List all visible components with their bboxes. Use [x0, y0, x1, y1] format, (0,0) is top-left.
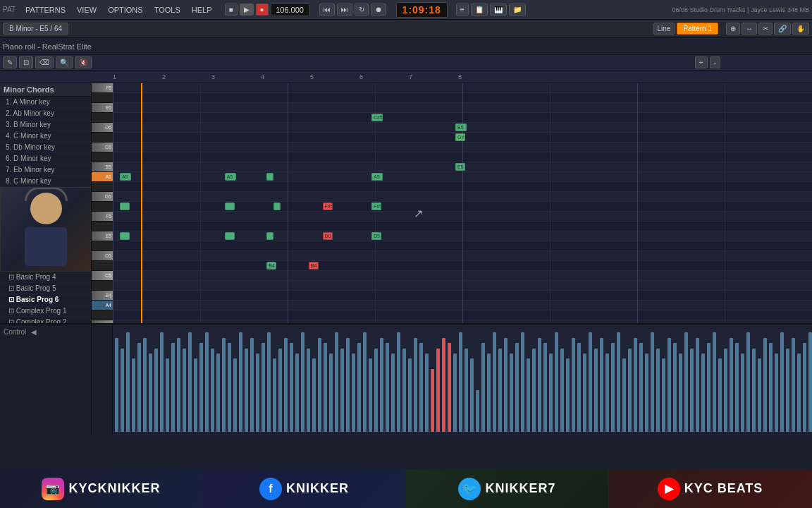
- piano-key-b4[interactable]: [92, 281, 113, 291]
- note-fs5-early-2[interactable]: [120, 202, 130, 210]
- note-d5-m1[interactable]: [225, 232, 235, 240]
- note-d5-c9[interactable]: D5: [371, 232, 381, 240]
- note-d5-red2[interactable]: D0: [323, 232, 333, 240]
- piano-key-g4[interactable]: G4: [92, 320, 113, 323]
- transport-rec[interactable]: ⏺: [371, 4, 386, 16]
- note-b4-red2[interactable]: B4: [309, 262, 319, 270]
- playlist-btn[interactable]: 📋: [471, 4, 488, 16]
- piano-key-a5[interactable]: A5: [92, 172, 113, 182]
- note-tool-select[interactable]: ⊡: [19, 56, 33, 68]
- record-btn[interactable]: ●: [256, 4, 269, 16]
- velocity-bar-13: [188, 332, 192, 432]
- note-tool-mute[interactable]: 🔇: [75, 56, 92, 68]
- sidebar-item-5[interactable]: 6. D Minor key: [0, 153, 91, 164]
- menu-patterns[interactable]: PATTERNS: [21, 4, 70, 16]
- piano-key-eb6[interactable]: [92, 113, 113, 123]
- stop-btn[interactable]: ■: [225, 4, 238, 16]
- velocity-bar-37: [324, 343, 327, 432]
- piano-key-db6[interactable]: [92, 133, 113, 143]
- piano-key-f6[interactable]: F6: [92, 83, 113, 93]
- transport-next[interactable]: ⏭: [337, 4, 352, 16]
- note-fs5-c9[interactable]: F#5: [371, 202, 381, 210]
- note-a5-cluster-9[interactable]: A5: [371, 173, 383, 181]
- piano-key-b4w[interactable]: B4: [92, 291, 113, 301]
- menu-view[interactable]: VIEW: [73, 4, 101, 16]
- note-fs5-bar3-r3[interactable]: F#5: [323, 202, 333, 210]
- piano-key-e5[interactable]: [92, 222, 113, 231]
- piano-key-a4-highlight[interactable]: A4: [92, 301, 113, 310]
- piano-key-d5w[interactable]: D5: [92, 251, 113, 261]
- note-tool-zoom[interactable]: 🔍: [56, 56, 73, 68]
- velocity-bar-34: [307, 349, 310, 432]
- note-gs5-9[interactable]: G#5: [455, 133, 465, 141]
- menu-options[interactable]: OPTIONS: [104, 4, 147, 16]
- prog-item-4[interactable]: ⊡ Complex Prog 2: [0, 317, 91, 323]
- piano-key-d6[interactable]: D6: [92, 123, 113, 133]
- piano-roll-btn[interactable]: 🎹: [490, 4, 507, 16]
- pattern-btn[interactable]: Pattern 1: [677, 23, 718, 35]
- tool-4[interactable]: 🔗: [774, 23, 791, 35]
- tool-1[interactable]: ⊕: [726, 23, 740, 35]
- sidebar-item-7[interactable]: 8. C Minor key: [0, 176, 91, 187]
- menu-tools[interactable]: TOOLS: [150, 4, 185, 16]
- sidebar-item-6[interactable]: 7. Eb Minor key: [0, 164, 91, 176]
- velocity-bar-93: [639, 343, 643, 432]
- velocity-bar-36: [318, 338, 321, 432]
- note-tool-draw[interactable]: ✎: [3, 56, 17, 68]
- note-e5-8[interactable]: E5: [455, 163, 465, 171]
- prog-item-2[interactable]: ⊡ Basic Prog 6: [0, 294, 91, 306]
- mixer-btn[interactable]: ≡: [456, 4, 469, 16]
- piano-key-ab4[interactable]: [92, 310, 113, 320]
- note-fs5-m-4[interactable]: [273, 202, 281, 210]
- piano-key-b5w[interactable]: B5: [92, 162, 113, 172]
- sidebar-item-2[interactable]: 3. B Minor key: [0, 119, 91, 131]
- prog-item-1[interactable]: ⊡ Basic Prog 5: [0, 283, 91, 294]
- banner-item-3[interactable]: ▶ KYC BEATS: [609, 469, 812, 508]
- prog-item-3[interactable]: ⊡ Complex Prog 1: [0, 306, 91, 317]
- tool-3[interactable]: ✂: [758, 23, 773, 35]
- piano-key-g5[interactable]: G5: [92, 192, 113, 202]
- velocity-bar-111: [741, 353, 744, 432]
- note-d5-e2[interactable]: [120, 232, 130, 240]
- sidebar-item-1[interactable]: 2. Ab Minor key: [0, 108, 91, 119]
- line-mode-btn[interactable]: Line: [653, 23, 675, 35]
- piano-key-e6[interactable]: [92, 93, 113, 103]
- tool-2[interactable]: ↔: [742, 23, 757, 35]
- note-fs5-m-1[interactable]: [225, 202, 235, 210]
- banner-item-1[interactable]: f KNIKKER: [203, 469, 406, 508]
- browser-btn[interactable]: 📁: [509, 4, 526, 16]
- piano-key-f5[interactable]: F5: [92, 212, 113, 222]
- tool-5[interactable]: ✋: [792, 23, 809, 35]
- bpm-display[interactable]: 106.000: [271, 4, 309, 16]
- piano-key-c6[interactable]: C6: [92, 143, 113, 152]
- menu-help[interactable]: HELP: [187, 4, 216, 16]
- note-a5-early-2[interactable]: A5: [120, 173, 131, 181]
- sidebar-item-4[interactable]: 5. Db Minor key: [0, 142, 91, 153]
- zoom-out[interactable]: -: [710, 56, 720, 68]
- prog-item-0[interactable]: ⊡ Basic Prog 4: [0, 272, 91, 283]
- note-b4-1[interactable]: B4: [266, 262, 276, 270]
- piano-key-fs5[interactable]: [92, 202, 113, 212]
- sidebar-item-0[interactable]: 1. A Minor key: [0, 97, 91, 108]
- note-c6-9[interactable]: C#5: [371, 114, 383, 121]
- sidebar-item-3[interactable]: 4. C Minor key: [0, 131, 91, 142]
- note-b5-8[interactable]: B5: [455, 123, 467, 131]
- note-d5-m4[interactable]: [266, 232, 273, 240]
- piano-key-e6w[interactable]: E6: [92, 103, 113, 113]
- note-tool-erase[interactable]: ⌫: [35, 56, 54, 68]
- piano-key-e5w[interactable]: E5: [92, 231, 113, 241]
- piano-key-d5[interactable]: [92, 241, 113, 251]
- transport-prev[interactable]: ⏮: [319, 4, 335, 16]
- piano-key-db5[interactable]: [92, 261, 113, 271]
- piano-key-b5[interactable]: [92, 152, 113, 162]
- banner-item-2[interactable]: 🐦 KNIKKER7: [406, 469, 609, 508]
- transport-loop[interactable]: ↻: [355, 4, 369, 16]
- play-btn[interactable]: ▶: [240, 4, 254, 16]
- piano-key-ab5[interactable]: [92, 182, 113, 192]
- note-grid[interactable]: C#5 C#5 C#5 C#5 C#5 C#5 C#5 C#5 C#5 B5 B…: [113, 83, 812, 323]
- piano-key-c5[interactable]: C5: [92, 271, 113, 281]
- note-a5-m-1[interactable]: A5: [225, 173, 236, 181]
- banner-item-0[interactable]: 📷 KYCKNIKKER: [0, 469, 203, 508]
- zoom-in[interactable]: +: [695, 56, 708, 68]
- note-a5-m-4[interactable]: [266, 173, 273, 181]
